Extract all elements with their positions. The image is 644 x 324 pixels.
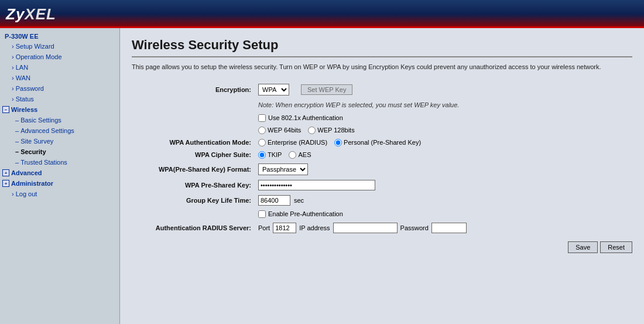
preauth-row: Enable Pre-Authentication [132, 208, 632, 220]
tkip-label[interactable]: TKIP [258, 151, 282, 159]
advanced-expand-icon: + [2, 169, 9, 176]
admin-expand-icon: + [2, 180, 9, 187]
sidebar-item-advanced-settings[interactable]: – Advanced Settings [0, 125, 119, 136]
radius-label: Authentication RADIUS Server: [132, 220, 255, 236]
enterprise-radio[interactable] [258, 139, 266, 146]
psk-key-row: WPA Pre-Shared Key: [132, 178, 632, 193]
sidebar-item-status[interactable]: › Status [0, 94, 119, 104]
wep-128-radio[interactable] [308, 127, 316, 134]
port-input[interactable]: 1812 [273, 223, 296, 233]
use-8021x-checkbox[interactable] [258, 114, 266, 122]
psk-key-input[interactable] [258, 180, 375, 190]
group-key-unit: sec [294, 197, 304, 204]
aes-label[interactable]: AES [289, 151, 311, 159]
personal-radio[interactable] [334, 139, 342, 146]
enterprise-label[interactable]: Enterprise (RADIUS) [258, 139, 327, 146]
sidebar-item-operation-mode[interactable]: › Operation Mode [0, 52, 119, 62]
bottom-buttons: Save Reset [132, 241, 632, 253]
group-key-input[interactable]: 86400 [258, 195, 290, 206]
note-row: Note: When encryption WEP is selected, y… [132, 98, 632, 112]
nav-dash: – [15, 159, 19, 166]
wep-128-label[interactable]: WEP 128bits [308, 127, 354, 134]
nav-arrow: › [12, 74, 14, 81]
sidebar-item-wireless[interactable]: − Wireless [0, 104, 119, 115]
sidebar: P-330W EE › Setup Wizard › Operation Mod… [0, 28, 120, 324]
psk-format-label: WPA(Pre-Shared Key) Format: [132, 161, 255, 178]
wpa-auth-label: WPA Authentication Mode: [132, 137, 255, 149]
page-description: This page allows you to setup the wirele… [132, 62, 632, 72]
sidebar-item-security[interactable]: – Security [0, 146, 119, 157]
encryption-label: Encryption: [132, 81, 255, 98]
sidebar-item-password[interactable]: › Password [0, 83, 119, 94]
save-button[interactable]: Save [568, 241, 598, 253]
nav-arrow: › [12, 43, 14, 50]
logo: ZyXEL [6, 5, 56, 23]
sidebar-item-logout[interactable]: › Log out [0, 189, 119, 199]
personal-label[interactable]: Personal (Pre-Shared Key) [334, 139, 421, 146]
port-label: Port [258, 224, 270, 231]
nav-dash: – [15, 127, 19, 134]
sidebar-item-lan[interactable]: › LAN [0, 62, 119, 73]
cipher-label: WPA Cipher Suite: [132, 149, 255, 161]
nav-arrow: › [12, 96, 14, 103]
nav-arrow: › [12, 190, 14, 197]
aes-radio[interactable] [289, 151, 296, 159]
wireless-expand-icon: − [2, 106, 9, 113]
sidebar-item-wan[interactable]: › WAN [0, 73, 119, 83]
sidebar-item-basic-settings[interactable]: – Basic Settings [0, 115, 119, 125]
nav-arrow: › [12, 85, 14, 92]
page-title: Wireless Security Setup [132, 37, 632, 57]
tkip-radio[interactable] [258, 151, 266, 159]
preauth-checkbox[interactable] [258, 210, 266, 218]
cipher-row: WPA Cipher Suite: TKIP AES [132, 149, 632, 161]
wep-64-radio[interactable] [258, 127, 266, 134]
psk-format-row: WPA(Pre-Shared Key) Format: Passphrase H… [132, 161, 632, 178]
sidebar-item-setup-wizard[interactable]: › Setup Wizard [0, 41, 119, 52]
ip-label: IP address [299, 224, 330, 231]
wep-64-label[interactable]: WEP 64bits [258, 127, 301, 134]
use-8021x-row: Use 802.1x Authentication [132, 112, 632, 124]
wpa-auth-row: WPA Authentication Mode: Enterprise (RAD… [132, 137, 632, 149]
nav-dash: – [15, 117, 19, 124]
note-text: Note: When encryption WEP is selected, y… [258, 101, 629, 108]
encryption-select[interactable]: None WPA WEP [258, 84, 289, 96]
device-label: P-330W EE [0, 30, 119, 41]
sidebar-item-administrator[interactable]: + Administrator [0, 178, 119, 189]
nav-arrow: › [12, 64, 14, 71]
set-wep-button[interactable]: Set WEP Key [301, 84, 352, 95]
group-key-label: Group Key Life Time: [132, 193, 255, 208]
form-table: Encryption: None WPA WEP Set WEP Key [132, 81, 632, 236]
sidebar-item-trusted-stations[interactable]: – Trusted Stations [0, 157, 119, 168]
content-area: Wireless Security Setup This page allows… [120, 28, 644, 324]
group-key-row: Group Key Life Time: 86400 sec [132, 193, 632, 208]
nav-dash: – [15, 148, 19, 155]
sidebar-item-site-survey[interactable]: – Site Survey [0, 136, 119, 146]
wep-bits-row: WEP 64bits WEP 128bits [132, 124, 632, 137]
nav-arrow: › [12, 53, 14, 60]
ip-input[interactable] [333, 223, 398, 233]
main-layout: P-330W EE › Setup Wizard › Operation Mod… [0, 28, 644, 324]
radius-password-input[interactable] [431, 223, 467, 233]
nav-dash: – [15, 138, 19, 145]
radius-password-label: Password [400, 224, 429, 231]
use-8021x-label[interactable]: Use 802.1x Authentication [258, 114, 629, 122]
sidebar-item-advanced[interactable]: + Advanced [0, 168, 119, 178]
psk-key-label: WPA Pre-Shared Key: [132, 178, 255, 193]
radius-row: Authentication RADIUS Server: Port 1812 … [132, 220, 632, 236]
reset-button[interactable]: Reset [600, 241, 632, 253]
preauth-label[interactable]: Enable Pre-Authentication [258, 210, 629, 218]
psk-format-select[interactable]: Passphrase Hex [258, 163, 308, 175]
encryption-row: Encryption: None WPA WEP Set WEP Key [132, 81, 632, 98]
header: ZyXEL [0, 0, 644, 28]
